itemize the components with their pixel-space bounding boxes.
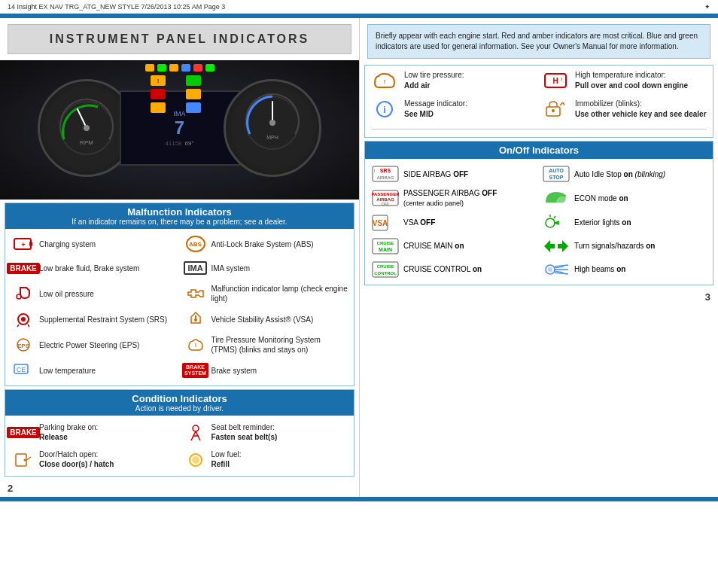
vsa-off-text: VSA OFF — [403, 218, 536, 227]
cruise-main-icon: CRUISE MAIN — [371, 237, 400, 255]
svg-point-13 — [21, 317, 26, 321]
side-ind-1: ! — [151, 75, 166, 86]
malfunction-item-brake-sys: BRAKESYSTEM Brake system — [184, 360, 348, 381]
svg-text:CRUISE: CRUISE — [377, 241, 394, 245]
onoff-side-airbag: SRS AIRBAG ! SIDE AIRBAG OFF — [371, 163, 536, 184]
left-side-indicators: ! — [151, 75, 166, 113]
high-beams-icon — [542, 260, 570, 279]
condition-item-seatbelt: Seat belt reminder: Fasten seat belt(s) — [184, 420, 348, 444]
eps-icon: EPS — [11, 337, 35, 353]
file-info: 14 Insight EX NAV TRG_ATG_NEW STYLE 7/26… — [8, 3, 225, 11]
malfunction-item-srs: Supplemental Restraint System (SRS) — [11, 309, 176, 330]
side-ind-2 — [151, 89, 166, 99]
high-beams-text: High beams on — [574, 264, 707, 274]
svg-text:CONTROL: CONTROL — [374, 271, 397, 276]
svg-text:SRS: SRS — [380, 168, 391, 173]
srs-label: Supplemental Restraint System (SRS) — [39, 315, 176, 324]
onoff-pass-airbag: PASSENGER AIRBAG OFF PASSENGER AIRBAG OF… — [371, 187, 536, 210]
charging-icon: + — [11, 236, 35, 252]
high-temp-icon: H ! — [542, 70, 569, 91]
rside-ind-2 — [186, 89, 201, 99]
svg-line-54 — [554, 216, 555, 218]
high-temp-row: H ! High temperature indicator: Pull ove… — [542, 70, 707, 91]
two-col-info: ! Low tire pressure: Add air H ! — [371, 70, 707, 129]
odometer: 41158 — [165, 140, 181, 147]
brake-sys-icon: BRAKESYSTEM — [184, 362, 208, 379]
svg-point-6 — [269, 120, 275, 126]
oil-label: Low oil pressure — [39, 289, 176, 299]
svg-text:!: ! — [561, 76, 562, 83]
svg-text:CE: CE — [17, 366, 26, 373]
svg-text:!: ! — [194, 343, 196, 348]
vsa-icon — [184, 311, 208, 328]
malfunction-item-tpms: ! Tire Pressure Monitoring System (TPMS)… — [184, 333, 348, 357]
onoff-high-beams: High beams on — [542, 259, 707, 280]
condition-grid: BRAKE Parking brake on: Release — [11, 420, 348, 471]
info-box-text: Briefly appear with each engine start. R… — [376, 32, 698, 50]
info-box: Briefly appear with each engine start. R… — [367, 24, 710, 59]
immobilizer-icon — [542, 99, 569, 120]
eps-label: Electric Power Steering (EPS) — [39, 340, 176, 350]
auto-idle-text: Auto Idle Stop on (blinking) — [574, 169, 707, 179]
ima-icon: IMA — [184, 260, 208, 276]
abs-label: Anti-Lock Brake System (ABS) — [211, 239, 348, 249]
tire-pressure-text: Low tire pressure: Add air — [404, 70, 464, 91]
svg-text:RPM: RPM — [80, 139, 93, 146]
high-temp-text: High temperature indicator: Pull over an… — [575, 70, 688, 91]
ext-lights-text: Exterior lights on — [574, 218, 707, 227]
onoff-body: SRS AIRBAG ! SIDE AIRBAG OFF — [365, 159, 713, 285]
svg-text:CRUISE: CRUISE — [377, 264, 394, 269]
side-ind-3 — [151, 102, 166, 113]
malfunction-item-ima: IMA IMA system — [184, 257, 348, 279]
door-icon — [11, 451, 35, 468]
engine-icon — [184, 285, 208, 302]
fuel-text: Low fuel: Refill — [211, 449, 348, 469]
right-side-indicators — [186, 75, 201, 113]
seatbelt-text: Seat belt reminder: Fasten seat belt(s) — [211, 422, 348, 442]
bottom-blue-bar — [0, 497, 718, 501]
malfunction-item-engine-light: Malfunction indicator lamp (check engine… — [184, 282, 348, 306]
condition-item-door: Door/Hatch open: Close door(s) / hatch — [11, 447, 176, 471]
page-number-right: 3 — [360, 288, 718, 306]
low-temp-icon: CE — [11, 362, 35, 379]
onoff-header: On/Off Indicators — [365, 142, 713, 159]
svg-text:AIRBAG: AIRBAG — [377, 175, 394, 180]
tpms-icon: ! — [184, 337, 208, 353]
onoff-title: On/Off Indicators — [371, 145, 707, 156]
rside-ind-3 — [186, 102, 201, 113]
main-layout: INSTRUMENT PANEL INDICATORS — [0, 18, 718, 497]
seatbelt-icon — [184, 424, 208, 440]
fuel-icon — [184, 451, 208, 468]
turn-signals-text: Turn signals/hazards on — [574, 241, 707, 251]
srs-icon — [11, 311, 35, 328]
cruise-control-icon: CRUISE CONTROL — [371, 260, 400, 279]
side-airbag-icon: SRS AIRBAG ! — [371, 165, 400, 183]
message-icon: i — [371, 99, 398, 120]
green-indicator-2 — [205, 64, 214, 72]
speed-value: 7 — [175, 117, 184, 139]
onoff-cruise-main: CRUISE MAIN CRUISE MAIN on — [371, 236, 536, 257]
malfunction-title: Malfunction Indicators — [11, 206, 348, 218]
onoff-ext-lights: Exterior lights on — [542, 212, 707, 233]
svg-text:i: i — [383, 104, 386, 115]
tire-pressure-row: ! Low tire pressure: Add air — [371, 70, 536, 91]
brake-sys-label: Brake system — [211, 366, 348, 376]
temp-reading: 69° — [185, 140, 194, 147]
vsa-label: Vehicle Stability Assist® (VSA) — [211, 315, 348, 324]
onoff-auto-idle: AUTO STOP Auto Idle Stop on (blinking) — [542, 163, 707, 184]
dashboard-image: RPM IMA 7 41158 69° — [0, 60, 359, 200]
econ-icon — [542, 189, 570, 207]
econ-text: ECON mode on — [574, 193, 707, 203]
condition-subtitle: Action is needed by driver. — [11, 404, 348, 413]
condition-item-fuel: Low fuel: Refill — [184, 447, 348, 471]
svg-point-27 — [192, 456, 199, 464]
svg-text:VSA: VSA — [373, 219, 388, 227]
brake-fluid-label: Low brake fluid, Brake system — [39, 264, 176, 273]
svg-line-1 — [78, 109, 87, 128]
malfunction-item-charging: + Charging system — [11, 233, 176, 254]
right-column: Briefly appear with each engine start. R… — [359, 18, 718, 497]
svg-text:MPH: MPH — [266, 135, 278, 140]
page-title: INSTRUMENT PANEL INDICATORS — [23, 32, 336, 46]
malfunction-item-abs: ABS Anti-Lock Brake System (ABS) — [184, 233, 348, 254]
charging-label: Charging system — [39, 239, 176, 249]
